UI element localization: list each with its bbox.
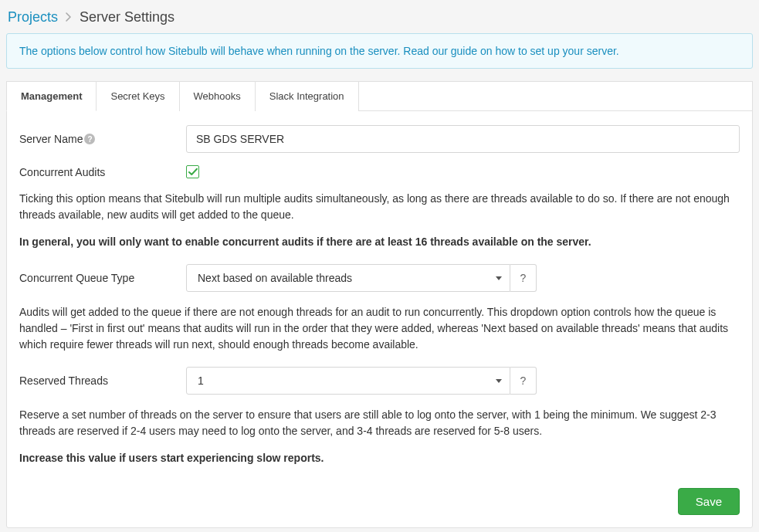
- save-button[interactable]: Save: [678, 488, 740, 515]
- queue-type-row: Concurrent Queue Type Next based on avai…: [19, 264, 740, 292]
- queue-type-desc: Audits will get added to the queue if th…: [19, 304, 740, 353]
- banner-text-suffix: on how to set up your server.: [477, 45, 619, 57]
- reserved-threads-label: Reserved Threads: [19, 374, 186, 387]
- tab-webhooks[interactable]: Webhooks: [180, 81, 256, 111]
- reserved-threads-strong: Increase this value if users start exper…: [19, 450, 740, 466]
- reserved-threads-desc: Reserve a set number of threads on the s…: [19, 407, 740, 439]
- tab-slack-integration[interactable]: Slack Integration: [256, 81, 359, 111]
- concurrent-audits-checkbox[interactable]: [186, 165, 199, 178]
- tab-filler: [359, 81, 753, 111]
- reserved-threads-select[interactable]: 1: [186, 367, 510, 395]
- chevron-down-icon: [496, 379, 502, 383]
- banner-guide-link[interactable]: Read our guide: [403, 45, 477, 57]
- chevron-right-icon: [66, 12, 72, 24]
- help-icon[interactable]: ?: [84, 134, 95, 144]
- server-name-label-text: Server Name: [19, 133, 83, 145]
- panel-footer: Save: [19, 488, 740, 515]
- tabs: Management Secret Keys Webhooks Slack In…: [6, 81, 753, 111]
- page-title: Server Settings: [80, 9, 175, 25]
- tab-management[interactable]: Management: [6, 81, 97, 111]
- info-banner: The options below control how Sitebulb w…: [6, 33, 753, 69]
- chevron-down-icon: [496, 276, 502, 280]
- concurrent-audits-row: Concurrent Audits: [19, 165, 740, 178]
- breadcrumb-root-link[interactable]: Projects: [8, 9, 58, 25]
- settings-panel: Server Name ? Concurrent Audits Ticking …: [6, 110, 753, 528]
- tab-secret-keys[interactable]: Secret Keys: [97, 81, 179, 111]
- reserved-threads-row: Reserved Threads 1 ?: [19, 367, 740, 395]
- server-name-label: Server Name ?: [19, 133, 186, 145]
- concurrent-audits-strong: In general, you will only want to enable…: [19, 234, 740, 250]
- queue-type-value: Next based on available threads: [198, 272, 490, 284]
- queue-type-label: Concurrent Queue Type: [19, 272, 186, 284]
- banner-text-prefix: The options below control how Sitebulb w…: [19, 45, 403, 57]
- reserved-threads-help-button[interactable]: ?: [510, 367, 537, 395]
- queue-type-select[interactable]: Next based on available threads: [186, 264, 510, 292]
- server-name-row: Server Name ?: [19, 125, 740, 153]
- concurrent-audits-label: Concurrent Audits: [19, 166, 186, 178]
- queue-type-help-button[interactable]: ?: [510, 264, 537, 292]
- server-name-input[interactable]: [186, 125, 740, 153]
- concurrent-audits-desc: Ticking this option means that Sitebulb …: [19, 191, 740, 223]
- reserved-threads-value: 1: [198, 374, 490, 387]
- breadcrumb: Projects Server Settings: [0, 0, 759, 33]
